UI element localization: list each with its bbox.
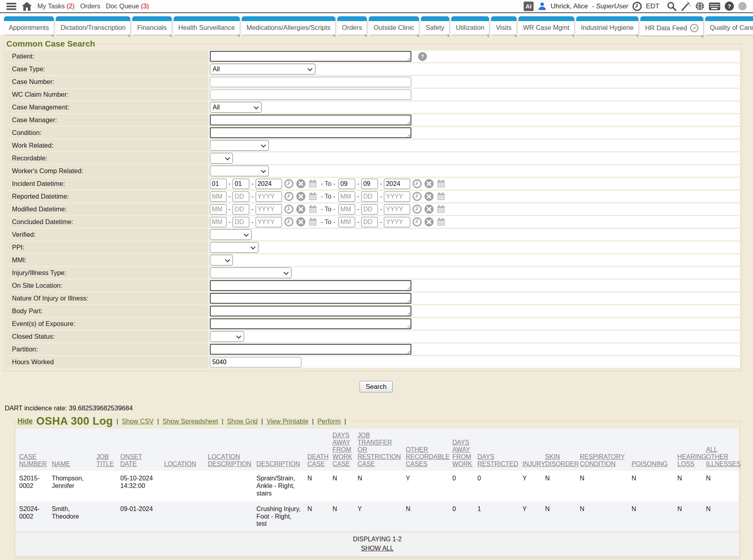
col-header-skin-disorder[interactable]: SKIN DISORDER xyxy=(542,429,577,471)
tab-utilization[interactable]: Utilization xyxy=(451,16,489,35)
body-part-input[interactable] xyxy=(210,306,411,316)
col-header-case-number[interactable]: CASE NUMBER xyxy=(16,429,49,471)
show-all-link[interactable]: SHOW ALL xyxy=(361,544,394,553)
modified-from-month-input[interactable] xyxy=(210,204,227,215)
date-clear-icon[interactable] xyxy=(296,179,306,189)
incident-to-year-input[interactable] xyxy=(384,179,410,189)
nature-of-injury-input[interactable] xyxy=(210,293,411,304)
reported-to-year-input[interactable] xyxy=(384,191,410,202)
tab-outside-clinic[interactable]: Outside Clinic xyxy=(369,16,419,35)
show-csv-link[interactable]: Show CSV xyxy=(122,418,154,425)
date-clock-icon[interactable] xyxy=(284,217,294,227)
col-header-death-case[interactable]: DEATH CASE xyxy=(304,429,329,471)
verified-select[interactable] xyxy=(210,229,252,240)
wand-icon[interactable] xyxy=(681,1,691,12)
orders-link[interactable]: Orders xyxy=(80,2,100,10)
date-clear-icon[interactable] xyxy=(296,204,306,214)
date-clear-icon[interactable] xyxy=(424,217,434,227)
date-clock-icon[interactable] xyxy=(284,191,294,201)
field-help-icon[interactable]: ? xyxy=(418,52,427,61)
clock-icon[interactable] xyxy=(632,2,642,11)
date-clear-icon[interactable] xyxy=(296,191,306,201)
reported-to-day-input[interactable] xyxy=(361,191,378,202)
date-clock-icon[interactable] xyxy=(284,179,294,189)
col-header-job-transfer-or-restriction-case[interactable]: JOB TRANSFER OR RESTRICTION CASE xyxy=(354,429,403,471)
concluded-from-year-input[interactable] xyxy=(256,217,282,227)
events-of-exposure-input[interactable] xyxy=(210,318,411,329)
reported-from-year-input[interactable] xyxy=(256,191,282,202)
tab-appointments[interactable]: Appointments xyxy=(4,16,54,35)
tab-wr-case-mgmt[interactable]: WR Case Mgmt xyxy=(518,16,574,35)
date-calendar-icon[interactable] xyxy=(436,179,446,189)
hide-link[interactable]: Hide xyxy=(18,417,33,425)
incident-to-day-input[interactable] xyxy=(361,179,378,189)
date-clear-icon[interactable] xyxy=(424,204,434,214)
col-header-days-away-from-work[interactable]: DAYS AWAY FROM WORK xyxy=(449,429,474,471)
case-type-select[interactable]: All xyxy=(210,64,315,74)
date-calendar-icon[interactable] xyxy=(436,191,446,201)
doc-queue-link[interactable]: Doc Queue (3) xyxy=(106,2,149,10)
show-spreadsheet-link[interactable]: Show Spreadsheet xyxy=(162,418,218,425)
search-icon[interactable] xyxy=(667,1,677,11)
injury-illness-type-select[interactable] xyxy=(210,267,291,278)
condition-input[interactable] xyxy=(210,127,411,138)
concluded-to-year-input[interactable] xyxy=(384,217,410,227)
wc-claim-number-input[interactable] xyxy=(210,90,411,100)
concluded-to-day-input[interactable] xyxy=(361,217,378,227)
tab-hr-data-feed[interactable]: HR Data Feed↗ xyxy=(640,16,703,35)
tab-safety[interactable]: Safety xyxy=(421,16,449,35)
partition-input[interactable] xyxy=(210,344,411,355)
mmi-select[interactable] xyxy=(210,255,233,265)
date-clear-icon[interactable] xyxy=(424,191,434,201)
search-button[interactable]: Search xyxy=(360,381,392,392)
date-clock-icon[interactable] xyxy=(412,204,422,214)
recordable-select[interactable] xyxy=(210,153,233,164)
globe-icon[interactable] xyxy=(695,1,705,11)
date-calendar-icon[interactable] xyxy=(308,204,318,214)
tab-industrial-hygiene[interactable]: Industrial Hygiene xyxy=(576,16,638,35)
keyboard-icon[interactable] xyxy=(709,2,720,10)
col-header-days-restricted[interactable]: DAYS RESTRICTED xyxy=(474,429,519,471)
modified-to-day-input[interactable] xyxy=(361,204,378,215)
user-name[interactable]: Uhrick, Alice xyxy=(551,2,588,10)
tab-health-surveillance[interactable]: Health Surveillance xyxy=(174,16,240,35)
modified-from-year-input[interactable] xyxy=(256,204,282,215)
tab-medications-allergies-scripts[interactable]: Medications/Allergies/Scripts xyxy=(242,16,335,35)
modified-to-month-input[interactable] xyxy=(338,204,355,215)
date-clock-icon[interactable] xyxy=(412,179,422,189)
hamburger-icon[interactable] xyxy=(6,2,16,10)
ai-badge[interactable]: AI xyxy=(524,2,534,11)
col-header-other-recordable-cases[interactable]: OTHER RECORDABLE CASES xyxy=(403,429,449,471)
tab-financials[interactable]: Financials xyxy=(132,16,171,35)
col-header-name[interactable]: NAME xyxy=(49,429,93,471)
help-icon[interactable]: ? xyxy=(724,1,734,11)
concluded-from-day-input[interactable] xyxy=(233,217,249,227)
case-management-select[interactable]: All xyxy=(210,102,262,113)
col-header-job-title[interactable]: JOB TITLE xyxy=(93,429,117,471)
col-header-poisoning[interactable]: POISONING xyxy=(628,429,674,471)
modified-to-year-input[interactable] xyxy=(384,204,410,215)
col-header-injury[interactable]: INJURY xyxy=(519,429,542,471)
date-calendar-icon[interactable] xyxy=(308,179,318,189)
case-number-input[interactable] xyxy=(210,77,411,87)
col-header-days-away-from-work-case[interactable]: DAYS AWAY FROM WORK CASE xyxy=(329,429,354,471)
reported-from-month-input[interactable] xyxy=(210,191,227,202)
date-clock-icon[interactable] xyxy=(412,191,422,201)
on-site-location-input[interactable] xyxy=(210,280,411,291)
modified-from-day-input[interactable] xyxy=(233,204,249,215)
col-header-onset-date[interactable]: ONSET DATE xyxy=(117,429,161,471)
col-header-respiratory-condition[interactable]: RESPIRATORY CONDITION xyxy=(577,429,628,471)
incident-from-year-input[interactable] xyxy=(256,179,282,189)
col-header-location[interactable]: LOCATION xyxy=(161,429,205,471)
tab-visits[interactable]: Visits xyxy=(491,16,516,35)
reported-from-day-input[interactable] xyxy=(233,191,249,202)
date-clock-icon[interactable] xyxy=(284,204,294,214)
date-clock-icon[interactable] xyxy=(412,217,422,227)
patient-input[interactable] xyxy=(210,51,411,62)
ppi-select[interactable] xyxy=(210,242,258,253)
tab-quality-of-care[interactable]: Quality of Care xyxy=(705,16,753,35)
my-tasks-link[interactable]: My Tasks (2) xyxy=(37,2,74,10)
closed-status-select[interactable] xyxy=(210,331,244,342)
date-clear-icon[interactable] xyxy=(296,217,306,227)
col-header-all-other-illnesses[interactable]: ALL OTHER ILLNESSES xyxy=(703,429,739,471)
